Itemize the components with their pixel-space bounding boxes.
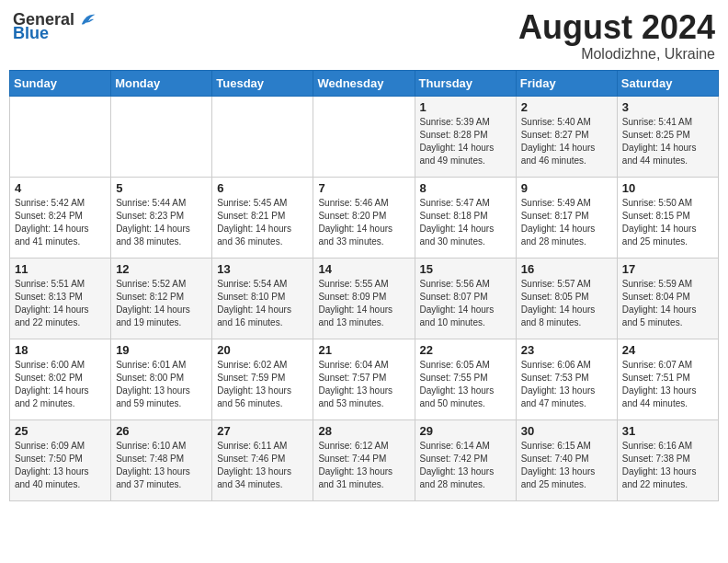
calendar-day-cell: 26Sunrise: 6:10 AM Sunset: 7:48 PM Dayli… <box>111 419 212 500</box>
day-of-week-header: Saturday <box>617 70 718 96</box>
day-info: Sunrise: 5:45 AM Sunset: 8:21 PM Dayligh… <box>217 197 308 248</box>
location-subtitle: Molodizhne, Ukraine <box>518 46 715 63</box>
calendar-day-cell: 13Sunrise: 5:54 AM Sunset: 8:10 PM Dayli… <box>212 258 313 339</box>
calendar-day-cell: 12Sunrise: 5:52 AM Sunset: 8:12 PM Dayli… <box>111 258 212 339</box>
calendar-day-cell: 21Sunrise: 6:04 AM Sunset: 7:57 PM Dayli… <box>313 339 415 419</box>
day-number: 24 <box>622 343 713 357</box>
calendar-day-cell: 27Sunrise: 6:11 AM Sunset: 7:46 PM Dayli… <box>212 419 313 500</box>
calendar-week-row: 4Sunrise: 5:42 AM Sunset: 8:24 PM Daylig… <box>10 177 719 258</box>
day-info: Sunrise: 5:42 AM Sunset: 8:24 PM Dayligh… <box>15 197 106 248</box>
day-info: Sunrise: 5:57 AM Sunset: 8:05 PM Dayligh… <box>521 278 612 329</box>
calendar-week-row: 11Sunrise: 5:51 AM Sunset: 8:13 PM Dayli… <box>10 258 719 339</box>
calendar-day-cell <box>111 96 212 177</box>
logo-bird-icon <box>76 9 97 29</box>
day-number: 27 <box>217 424 308 438</box>
day-number: 1 <box>420 100 511 114</box>
calendar-day-cell: 7Sunrise: 5:46 AM Sunset: 8:20 PM Daylig… <box>313 177 415 258</box>
day-of-week-header: Monday <box>111 70 212 96</box>
logo: General Blue <box>13 9 97 43</box>
calendar-day-cell: 1Sunrise: 5:39 AM Sunset: 8:28 PM Daylig… <box>415 96 516 177</box>
day-info: Sunrise: 5:50 AM Sunset: 8:15 PM Dayligh… <box>622 197 713 248</box>
calendar-day-cell: 10Sunrise: 5:50 AM Sunset: 8:15 PM Dayli… <box>617 177 718 258</box>
day-of-week-header: Friday <box>516 70 617 96</box>
day-number: 2 <box>521 100 612 114</box>
day-info: Sunrise: 5:46 AM Sunset: 8:20 PM Dayligh… <box>318 197 409 248</box>
day-info: Sunrise: 5:56 AM Sunset: 8:07 PM Dayligh… <box>420 278 511 329</box>
day-number: 12 <box>116 262 207 276</box>
day-number: 17 <box>622 262 713 276</box>
day-of-week-header: Wednesday <box>313 70 415 96</box>
day-info: Sunrise: 5:40 AM Sunset: 8:27 PM Dayligh… <box>521 116 612 167</box>
logo-blue: Blue <box>13 24 49 43</box>
day-number: 19 <box>116 343 207 357</box>
calendar-header-row: SundayMondayTuesdayWednesdayThursdayFrid… <box>10 70 719 96</box>
day-info: Sunrise: 5:41 AM Sunset: 8:25 PM Dayligh… <box>622 116 713 167</box>
calendar-day-cell: 31Sunrise: 6:16 AM Sunset: 7:38 PM Dayli… <box>617 419 718 500</box>
day-info: Sunrise: 5:59 AM Sunset: 8:04 PM Dayligh… <box>622 278 713 329</box>
day-number: 21 <box>318 343 409 357</box>
day-info: Sunrise: 6:16 AM Sunset: 7:38 PM Dayligh… <box>622 440 713 491</box>
day-number: 5 <box>116 181 207 195</box>
day-number: 16 <box>521 262 612 276</box>
day-info: Sunrise: 5:55 AM Sunset: 8:09 PM Dayligh… <box>318 278 409 329</box>
calendar-week-row: 1Sunrise: 5:39 AM Sunset: 8:28 PM Daylig… <box>10 96 719 177</box>
calendar-day-cell: 30Sunrise: 6:15 AM Sunset: 7:40 PM Dayli… <box>516 419 617 500</box>
day-number: 28 <box>318 424 409 438</box>
calendar-day-cell: 24Sunrise: 6:07 AM Sunset: 7:51 PM Dayli… <box>617 339 718 419</box>
calendar-day-cell <box>313 96 415 177</box>
calendar-day-cell: 28Sunrise: 6:12 AM Sunset: 7:44 PM Dayli… <box>313 419 415 500</box>
day-number: 7 <box>318 181 409 195</box>
day-number: 22 <box>420 343 511 357</box>
day-number: 8 <box>420 181 511 195</box>
day-info: Sunrise: 6:01 AM Sunset: 8:00 PM Dayligh… <box>116 359 207 410</box>
calendar-day-cell: 25Sunrise: 6:09 AM Sunset: 7:50 PM Dayli… <box>10 419 111 500</box>
day-number: 10 <box>622 181 713 195</box>
day-number: 18 <box>15 343 106 357</box>
calendar-day-cell: 3Sunrise: 5:41 AM Sunset: 8:25 PM Daylig… <box>617 96 718 177</box>
calendar-day-cell: 14Sunrise: 5:55 AM Sunset: 8:09 PM Dayli… <box>313 258 415 339</box>
day-number: 29 <box>420 424 511 438</box>
day-info: Sunrise: 6:00 AM Sunset: 8:02 PM Dayligh… <box>15 359 106 410</box>
day-number: 11 <box>15 262 106 276</box>
day-info: Sunrise: 5:44 AM Sunset: 8:23 PM Dayligh… <box>116 197 207 248</box>
calendar-day-cell: 11Sunrise: 5:51 AM Sunset: 8:13 PM Dayli… <box>10 258 111 339</box>
day-info: Sunrise: 6:15 AM Sunset: 7:40 PM Dayligh… <box>521 440 612 491</box>
day-info: Sunrise: 6:10 AM Sunset: 7:48 PM Dayligh… <box>116 440 207 491</box>
calendar-day-cell: 18Sunrise: 6:00 AM Sunset: 8:02 PM Dayli… <box>10 339 111 419</box>
day-info: Sunrise: 6:09 AM Sunset: 7:50 PM Dayligh… <box>15 440 106 491</box>
day-number: 15 <box>420 262 511 276</box>
calendar-day-cell: 5Sunrise: 5:44 AM Sunset: 8:23 PM Daylig… <box>111 177 212 258</box>
calendar-day-cell: 29Sunrise: 6:14 AM Sunset: 7:42 PM Dayli… <box>415 419 516 500</box>
day-info: Sunrise: 6:11 AM Sunset: 7:46 PM Dayligh… <box>217 440 308 491</box>
day-number: 4 <box>15 181 106 195</box>
day-info: Sunrise: 5:51 AM Sunset: 8:13 PM Dayligh… <box>15 278 106 329</box>
calendar-day-cell <box>10 96 111 177</box>
calendar-day-cell: 15Sunrise: 5:56 AM Sunset: 8:07 PM Dayli… <box>415 258 516 339</box>
day-info: Sunrise: 5:52 AM Sunset: 8:12 PM Dayligh… <box>116 278 207 329</box>
day-info: Sunrise: 5:54 AM Sunset: 8:10 PM Dayligh… <box>217 278 308 329</box>
day-info: Sunrise: 6:06 AM Sunset: 7:53 PM Dayligh… <box>521 359 612 410</box>
day-of-week-header: Tuesday <box>212 70 313 96</box>
day-number: 23 <box>521 343 612 357</box>
day-number: 26 <box>116 424 207 438</box>
day-info: Sunrise: 5:39 AM Sunset: 8:28 PM Dayligh… <box>420 116 511 167</box>
month-year-title: August 2024 <box>518 9 715 46</box>
day-of-week-header: Sunday <box>10 70 111 96</box>
page-header: General Blue August 2024 Molodizhne, Ukr… <box>9 9 719 63</box>
calendar-day-cell: 6Sunrise: 5:45 AM Sunset: 8:21 PM Daylig… <box>212 177 313 258</box>
calendar-week-row: 25Sunrise: 6:09 AM Sunset: 7:50 PM Dayli… <box>10 419 719 500</box>
day-number: 6 <box>217 181 308 195</box>
calendar-day-cell: 16Sunrise: 5:57 AM Sunset: 8:05 PM Dayli… <box>516 258 617 339</box>
calendar-week-row: 18Sunrise: 6:00 AM Sunset: 8:02 PM Dayli… <box>10 339 719 419</box>
day-number: 25 <box>15 424 106 438</box>
day-info: Sunrise: 6:04 AM Sunset: 7:57 PM Dayligh… <box>318 359 409 410</box>
day-number: 13 <box>217 262 308 276</box>
day-number: 9 <box>521 181 612 195</box>
day-info: Sunrise: 6:05 AM Sunset: 7:55 PM Dayligh… <box>420 359 511 410</box>
calendar-day-cell: 2Sunrise: 5:40 AM Sunset: 8:27 PM Daylig… <box>516 96 617 177</box>
day-info: Sunrise: 6:12 AM Sunset: 7:44 PM Dayligh… <box>318 440 409 491</box>
day-number: 14 <box>318 262 409 276</box>
day-info: Sunrise: 5:47 AM Sunset: 8:18 PM Dayligh… <box>420 197 511 248</box>
day-info: Sunrise: 6:14 AM Sunset: 7:42 PM Dayligh… <box>420 440 511 491</box>
day-number: 31 <box>622 424 713 438</box>
